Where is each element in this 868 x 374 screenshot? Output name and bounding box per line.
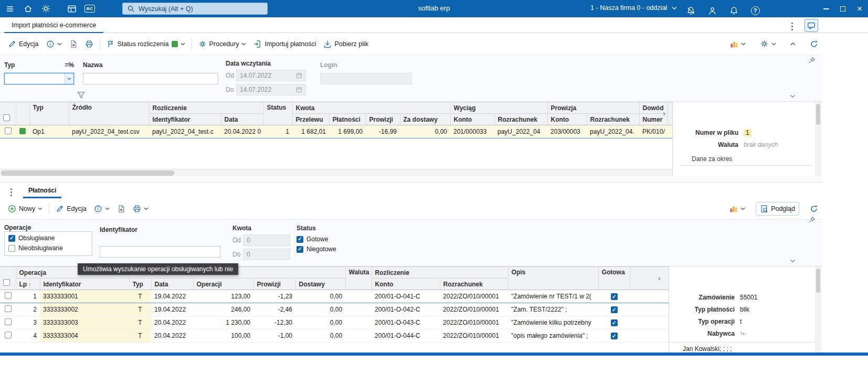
select-all-checkbox[interactable] bbox=[3, 114, 10, 121]
col-typ[interactable]: Typ bbox=[29, 102, 69, 125]
col-platnosci[interactable]: Płatności bbox=[329, 114, 366, 125]
minimize-button[interactable] bbox=[818, 0, 834, 17]
nieobslugiwane-option[interactable]: Nieobsługiwane bbox=[8, 244, 88, 252]
procedury-button[interactable]: Procedury bbox=[195, 38, 250, 50]
gotowa-checkbox[interactable] bbox=[611, 306, 618, 313]
colgroup-wyciag[interactable]: Wyciąg bbox=[450, 102, 547, 114]
col-data[interactable]: Data bbox=[151, 279, 193, 290]
global-search[interactable] bbox=[122, 3, 268, 15]
col-gotowa[interactable]: Gotowa bbox=[598, 267, 630, 290]
filter-nazwa-input[interactable] bbox=[83, 73, 218, 84]
table-row[interactable]: 3 3333333003 T 20.04.2022 1 230,00 -12,3… bbox=[0, 316, 669, 329]
col-za-dostawy[interactable]: Za dostawy bbox=[400, 114, 450, 125]
maximize-button[interactable] bbox=[834, 0, 851, 17]
gotowa-checkbox[interactable] bbox=[611, 333, 618, 339]
pin-panel-button[interactable] bbox=[807, 215, 817, 225]
filter-typ-value[interactable] bbox=[5, 73, 65, 84]
info-dropdown-button[interactable] bbox=[90, 202, 113, 215]
filter-collapse-button[interactable] bbox=[787, 93, 799, 99]
row-checkbox[interactable] bbox=[5, 332, 12, 338]
scrollbar-thumb[interactable] bbox=[816, 104, 820, 125]
gotowe-checkbox[interactable] bbox=[297, 236, 303, 243]
status-rozliczenia-button[interactable]: Status rozliczenia bbox=[103, 38, 189, 50]
pin-panel-button[interactable] bbox=[807, 56, 817, 65]
scrollbar-thumb[interactable] bbox=[816, 269, 820, 293]
table-row[interactable]: Op1 payU_2022_04_test.csv payU_2022_04_t… bbox=[0, 125, 672, 138]
grid-settings-button[interactable] bbox=[756, 37, 780, 50]
filter-typ-operator[interactable]: =% bbox=[65, 61, 74, 69]
horizontal-scrollbar[interactable] bbox=[0, 169, 672, 176]
combo-dropdown-button[interactable] bbox=[65, 73, 73, 84]
delete-button[interactable] bbox=[113, 202, 129, 215]
quick-settings-button[interactable] bbox=[39, 2, 52, 16]
edit-button[interactable]: Edycja bbox=[52, 202, 90, 215]
table-row[interactable]: 4 3333333004 T 20.04.2022 100,00 -1,00 0… bbox=[0, 329, 669, 343]
col-wyciag-rozrachunek[interactable]: Rozrachunek bbox=[494, 114, 547, 125]
help-button[interactable]: ? bbox=[748, 4, 762, 17]
col-prowizja-rozrachunek[interactable]: Rozrachunek bbox=[587, 114, 639, 125]
search-input[interactable] bbox=[139, 5, 249, 13]
col-identyfikator[interactable]: Identyfikator bbox=[40, 279, 129, 290]
delete-button[interactable] bbox=[66, 38, 81, 50]
close-button[interactable]: × bbox=[851, 0, 868, 17]
row-checkbox[interactable] bbox=[5, 305, 12, 312]
gotowa-checkbox[interactable] bbox=[611, 293, 618, 300]
row-checkbox[interactable] bbox=[5, 292, 12, 299]
gotowe-option[interactable]: Gotowe bbox=[297, 236, 336, 243]
select-all-checkbox[interactable] bbox=[3, 279, 10, 286]
nieobslugiwane-checkbox[interactable] bbox=[8, 245, 15, 252]
col-status[interactable]: Status bbox=[263, 102, 292, 125]
bc-module-button[interactable]: BC bbox=[83, 2, 97, 16]
scrollbar-thumb[interactable] bbox=[1, 170, 174, 176]
obslugiwane-option[interactable]: Obsługiwane bbox=[8, 234, 88, 242]
table-row[interactable]: 2 3333333002 T 19.04.2022 246,00 -2,46 0… bbox=[0, 303, 669, 316]
col-dostawy[interactable]: Dostawy bbox=[295, 279, 345, 290]
info-dropdown-button[interactable] bbox=[43, 38, 66, 50]
company-selector[interactable]: 1 - Nasza firma 0 - oddział bbox=[590, 4, 677, 12]
filter-typ-combobox[interactable] bbox=[4, 73, 74, 84]
tab-overflow-menu-button[interactable] bbox=[789, 21, 795, 32]
col-konto[interactable]: Konto bbox=[372, 279, 440, 290]
filter-kwota-do-input[interactable]: 0 bbox=[243, 249, 290, 260]
nabywca-expand-button[interactable] bbox=[740, 330, 746, 337]
col-zrodlo[interactable]: Źródło bbox=[69, 102, 149, 125]
tab-platnosci[interactable]: Płatności bbox=[23, 183, 61, 198]
table-row[interactable]: 1 3333333001 T 19.04.2022 123,00 -1,23 0… bbox=[0, 290, 669, 303]
colgroup-rozliczenie[interactable]: Rozliczenie bbox=[149, 102, 263, 114]
filter-funnel-button[interactable] bbox=[77, 91, 86, 100]
preview-button[interactable]: Podgląd bbox=[756, 202, 799, 216]
colgroup-rozliczenie[interactable]: Rozliczenie bbox=[372, 267, 508, 279]
col-lp[interactable]: Lp↑ bbox=[16, 279, 40, 290]
home-button[interactable] bbox=[21, 2, 35, 16]
obslugiwane-checkbox[interactable] bbox=[8, 235, 15, 242]
col-wyciag-konto[interactable]: Konto bbox=[450, 114, 494, 125]
notifications-button[interactable] bbox=[727, 4, 740, 17]
panel-menu-button[interactable] bbox=[8, 187, 14, 198]
pobierz-plik-button[interactable]: Pobierz plik bbox=[320, 38, 372, 50]
print-dropdown-button[interactable] bbox=[129, 202, 152, 215]
row-checkbox[interactable] bbox=[5, 127, 12, 134]
col-identyfikator[interactable]: Identyfikator bbox=[149, 114, 221, 125]
tab-import-platnosci-ecommerce[interactable]: Import płatności e-commerce bbox=[4, 17, 103, 33]
main-menu-button[interactable] bbox=[3, 2, 17, 16]
row-checkbox[interactable] bbox=[5, 318, 12, 325]
filter-kwota-od-input[interactable]: 0 bbox=[243, 234, 290, 246]
gotowa-checkbox[interactable] bbox=[611, 319, 618, 326]
notifications-muted-button[interactable] bbox=[684, 4, 697, 17]
vertical-scrollbar[interactable] bbox=[815, 102, 821, 176]
filter-data-do-input[interactable]: 14.07.2022 bbox=[236, 84, 306, 95]
col-przelewu[interactable]: Przelewu bbox=[292, 114, 329, 125]
comments-panel-button[interactable] bbox=[805, 19, 818, 32]
vertical-scrollbar[interactable] bbox=[815, 266, 821, 352]
chart-view-button[interactable] bbox=[726, 202, 749, 215]
niegotowe-option[interactable]: Niegotowe bbox=[297, 245, 336, 253]
col-opis[interactable]: Opis bbox=[508, 267, 598, 290]
collapse-panel-button[interactable] bbox=[787, 40, 799, 48]
refresh-button[interactable] bbox=[806, 202, 822, 215]
colgroup-kwota[interactable]: Kwota bbox=[292, 102, 450, 114]
filter-data-od-input[interactable]: 14.07.2022 bbox=[236, 70, 306, 81]
col-operacji[interactable]: Operacji bbox=[193, 279, 253, 290]
refresh-button[interactable] bbox=[806, 38, 822, 50]
niegotowe-checkbox[interactable] bbox=[297, 246, 303, 253]
more-columns-indicator[interactable]: › bbox=[658, 273, 661, 282]
